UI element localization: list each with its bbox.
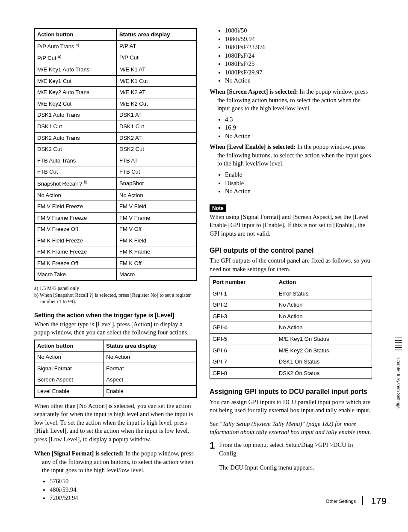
table-cell: Screen Aspect	[35, 374, 103, 386]
table-cell: FM V Frame Freeze	[35, 212, 117, 224]
table-cell: No Action	[276, 310, 372, 322]
list-item: 1080PsF/24	[225, 52, 372, 60]
table-cell: FM V Field	[117, 201, 197, 213]
paragraph: When other than [No Action] is selected,…	[34, 402, 197, 444]
table-cell: P/P AT	[117, 40, 197, 52]
table-cell: M/E K2 AT	[117, 87, 197, 98]
th: Status area display	[103, 340, 197, 352]
th: Port number	[210, 276, 276, 288]
list-item: No Action	[225, 187, 372, 196]
table-cell: M/E Key2 Auto Trans	[35, 87, 117, 98]
table-gpi-outputs: Port number Action GPI-1Error StatusGPI-…	[210, 276, 372, 379]
table-cell: P/P Auto Trans a)	[35, 40, 117, 52]
signal-format-list-right: 1080i/501080i/59.941080PsF/23.9761080PsF…	[225, 27, 372, 85]
table-cell: FTB AT	[117, 155, 197, 166]
footnotes: a) 1.5 M/E panel only b) When [Snapshot …	[34, 285, 197, 305]
table-cell: DSK1 On Status	[276, 356, 372, 368]
table-cell: FTB Auto Trans	[35, 155, 117, 166]
table-cell: M/E Key2 On Status	[276, 345, 372, 356]
chapter-caption: Chapter 9 System Settings	[396, 358, 402, 408]
th: Status area display	[117, 29, 197, 40]
list-item: 16:9	[225, 124, 372, 132]
when-level-enable: When [Level Enable] is selected: In the …	[210, 143, 372, 168]
table-cell: No Action	[103, 352, 197, 363]
list-item: Disable	[225, 179, 372, 188]
page-number: 179	[371, 496, 387, 506]
table-cell: P/P Cut	[117, 52, 197, 64]
table-cell: P/P Cut a)	[35, 52, 117, 64]
table-cell: DSK2 On Status	[276, 367, 372, 379]
paragraph: When the trigger type is [Level], press …	[34, 320, 197, 337]
table-cell: FM V Frame	[117, 212, 197, 224]
table-cell: Aspect	[103, 374, 197, 386]
thumb-index-icon	[395, 337, 402, 352]
table-action-status-2: Action button Status area display No Act…	[34, 340, 197, 398]
footnote-b: b) When [Snapshot Recall ?] is selected,…	[34, 292, 197, 305]
table-cell: No Action	[276, 299, 372, 311]
list-item: 1080PsF/25	[225, 60, 372, 68]
table-cell: DSK2 Cut	[117, 144, 197, 155]
table-cell: GPI-6	[210, 345, 276, 356]
table-cell: FM K Frame	[117, 246, 197, 258]
th: Action button	[35, 340, 103, 352]
table-cell: No Action	[35, 352, 103, 363]
table-cell: Macro Take	[35, 269, 117, 281]
list-item: 576i/50	[50, 477, 197, 486]
table-cell: No Action	[276, 322, 372, 334]
table-cell: No Action	[117, 189, 197, 201]
list-item: 1080PsF/23.976	[225, 43, 372, 52]
paragraph: You can assign GPI inputs to DCU paralle…	[210, 398, 372, 415]
list-item: No Action	[225, 77, 372, 85]
table-cell: Format	[103, 363, 197, 374]
table-cell: DSK1 Cut	[117, 121, 197, 133]
heading-level-action: Setting the action when the trigger type…	[34, 311, 197, 319]
table-cell: Error Status	[276, 288, 372, 299]
table-cell: M/E Key1 Auto Trans	[35, 64, 117, 76]
table-cell: GPI-2	[210, 299, 276, 311]
level-enable-list: EnableDisableNo Action	[225, 171, 372, 196]
list-item: 1080i/50	[225, 27, 372, 35]
table-cell: M/E Key2 Cut	[35, 98, 117, 109]
table-cell: DSK2 Auto Trans	[35, 132, 117, 144]
list-item: 1080i/59.94	[225, 35, 372, 44]
table-cell: FM K Off	[117, 257, 197, 269]
list-item: 480i/59.94	[50, 486, 197, 494]
table-cell: M/E Key1 Cut	[35, 75, 117, 87]
table-action-status-1: Action button Status area display P/P Au…	[34, 28, 197, 281]
table-cell: FM K Frame Freeze	[35, 246, 117, 258]
when-signal-format: When [Signal Format] is selected: In the…	[34, 449, 197, 475]
table-cell: DSK2 AT	[117, 132, 197, 144]
table-cell: Enable	[103, 386, 197, 397]
note-badge: Note	[210, 204, 226, 212]
step-number: 1	[210, 441, 215, 472]
table-cell: FM K Field	[117, 235, 197, 246]
table-cell: GPI-7	[210, 356, 276, 368]
note-body: When using [Signal Format] and [Screen A…	[210, 213, 372, 238]
table-cell: M/E K2 Cut	[117, 98, 197, 109]
lead: When [Screen Aspect] is selected:	[210, 88, 298, 95]
table-cell: GPI-4	[210, 322, 276, 334]
th: Action	[276, 276, 372, 288]
table-cell: DSK1 AT	[117, 109, 197, 121]
table-cell: GPI-8	[210, 367, 276, 379]
lead: When [Signal Format] is selected:	[34, 450, 124, 457]
lead: When [Level Enable] is selected:	[210, 143, 296, 150]
table-cell: M/E K1 Cut	[117, 75, 197, 87]
table-cell: FTB Cut	[117, 166, 197, 178]
table-cell: GPI-5	[210, 334, 276, 345]
step-1: 1 From the top menu, select Setup/Diag >…	[210, 441, 372, 472]
table-cell: FM K Field Freeze	[35, 235, 117, 246]
footnote-a: a) 1.5 M/E panel only	[34, 285, 197, 292]
list-item: 4:3	[225, 115, 372, 124]
right-column: 1080i/501080i/59.941080PsF/23.9761080PsF…	[210, 26, 372, 505]
left-column: Action button Status area display P/P Au…	[34, 26, 197, 505]
paragraph: The GPI outputs of the control panel are…	[210, 257, 372, 273]
table-cell: FM V Freeze Off	[35, 224, 117, 235]
table-cell: Level Enable	[35, 386, 103, 397]
screen-aspect-list: 4:316:9No Action	[225, 115, 372, 141]
see-reference: See "Tally Setup (System Tally Menu)" (p…	[210, 420, 372, 437]
table-cell: SnapShot	[117, 177, 197, 189]
list-item: No Action	[225, 132, 372, 141]
step-line: From the top menu, select Setup/Diag >GP…	[219, 441, 372, 458]
footer-section: Other Settings	[326, 499, 356, 504]
